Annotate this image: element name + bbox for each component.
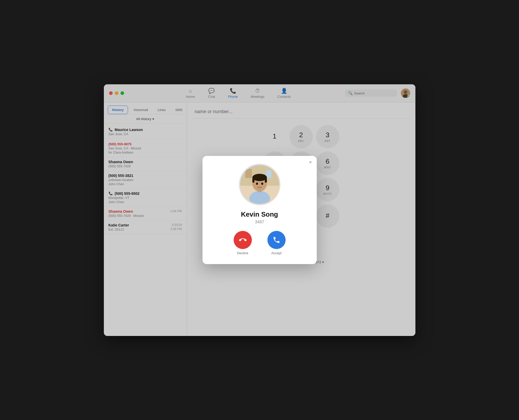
svg-rect-6 — [266, 170, 271, 178]
modal-close-button[interactable]: × — [309, 160, 312, 165]
svg-rect-12 — [265, 177, 267, 183]
accept-action: Accept — [267, 231, 286, 255]
decline-button[interactable] — [234, 231, 252, 249]
caller-ext: 3487 — [255, 220, 264, 224]
modal-overlay: × — [104, 84, 415, 336]
decline-action: Decline — [234, 231, 252, 255]
decline-icon — [239, 236, 247, 244]
app-window: ⌂ Home 💬 Chat 📞 Phone ⏱ Meetings 👤 Conta… — [104, 84, 415, 336]
modal-actions: Decline Accept — [234, 231, 286, 255]
svg-rect-11 — [252, 177, 254, 183]
accept-button[interactable] — [267, 231, 286, 249]
svg-point-13 — [256, 183, 258, 185]
svg-point-14 — [261, 183, 263, 185]
caller-name: Kevin Song — [241, 210, 278, 218]
caller-avatar-svg — [240, 165, 279, 204]
decline-label: Decline — [237, 251, 248, 255]
caller-photo-inner — [240, 165, 279, 204]
accept-label: Accept — [271, 251, 282, 255]
incoming-call-modal: × — [203, 156, 317, 264]
accept-icon — [273, 236, 280, 244]
caller-photo — [239, 164, 280, 205]
svg-rect-5 — [245, 169, 252, 178]
svg-point-10 — [252, 174, 267, 181]
